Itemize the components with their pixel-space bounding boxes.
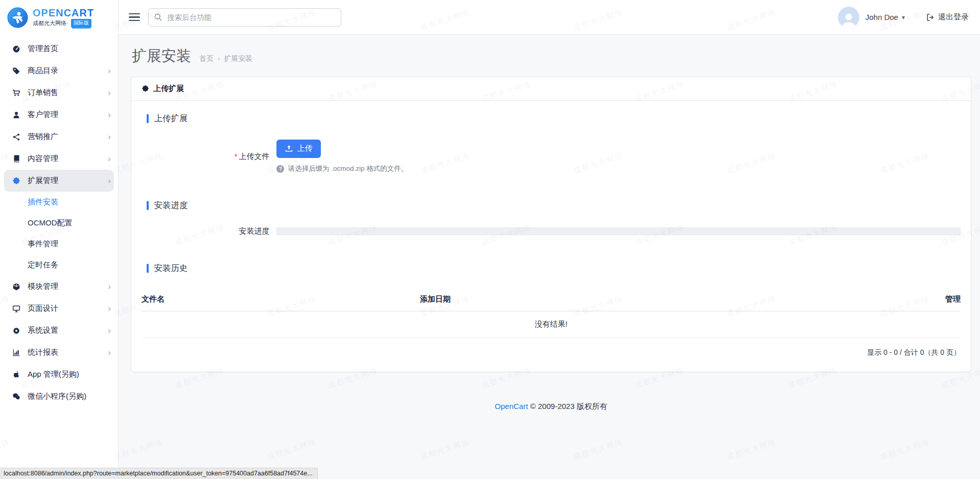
section-title-text: 安装历史 xyxy=(154,263,188,274)
question-circle-icon: ? xyxy=(276,165,284,173)
chevron-right-icon: › xyxy=(108,132,111,141)
breadcrumb-separator-icon: › xyxy=(218,55,220,62)
sidebar-item-app[interactable]: App 管理(另购) xyxy=(0,363,118,385)
logout-button[interactable]: 退出登录 xyxy=(926,12,969,22)
upload-help-text-content: 请选择后缀为 .ocmod.zip 格式的文件。 xyxy=(288,164,408,173)
pagination-summary: 显示 0 - 0 / 合计 0（共 0 页） xyxy=(142,348,961,357)
chevron-right-icon: › xyxy=(108,66,111,75)
column-header-filename: 文件名 xyxy=(142,294,420,304)
upload-file-row: *上传文件 上传 ? 请选择后缀为 .ocmod.zip 格式的文件。 xyxy=(142,140,961,173)
sidebar: OPENCART 成都光大网络· 国际版 管理首页 商品目录 › xyxy=(0,0,119,479)
menu-toggle-button[interactable] xyxy=(129,13,140,21)
panel-title: 上传扩展 xyxy=(153,84,184,94)
sidebar-item-catalog[interactable]: 商品目录 › xyxy=(0,60,118,82)
tags-icon xyxy=(12,66,21,75)
book-icon xyxy=(12,154,21,163)
logo-text: OPENCART 成都光大网络· 国际版 xyxy=(33,7,94,28)
chevron-right-icon: › xyxy=(108,348,111,357)
search-input[interactable] xyxy=(148,8,341,27)
chevron-right-icon: › xyxy=(108,88,111,97)
sidebar-item-sales[interactable]: 订单销售 › xyxy=(0,82,118,104)
chevron-right-icon: › xyxy=(108,282,111,291)
chevron-right-icon: › xyxy=(108,176,111,185)
user-menu[interactable]: John Doe ▾ xyxy=(866,13,905,21)
search-box xyxy=(148,8,341,27)
sidebar-subitem-events[interactable]: 事件管理 xyxy=(0,234,118,255)
sidebar-item-label: 统计报表 xyxy=(28,348,108,357)
sidebar-item-modules[interactable]: 模块管理 › xyxy=(0,276,118,298)
section-title-text: 上传扩展 xyxy=(154,113,188,124)
section-progress-title: 安装进度 xyxy=(147,200,961,211)
sidebar-subitem-label: 插件安装 xyxy=(28,197,58,207)
panel-header: 上传扩展 xyxy=(131,77,971,101)
upload-icon xyxy=(285,145,293,152)
cart-icon xyxy=(12,88,21,97)
sidebar-item-reports[interactable]: 统计报表 › xyxy=(0,341,118,363)
sidebar-subitem-installer[interactable]: 插件安装 xyxy=(0,192,118,213)
apple-icon xyxy=(12,370,21,379)
sidebar-item-customers[interactable]: 客户管理 › xyxy=(0,104,118,126)
sidebar-item-marketing[interactable]: 营销推广 › xyxy=(0,126,118,148)
opencart-link[interactable]: OpenCart xyxy=(495,402,528,410)
sidebar-item-label: 微信小程序(另购) xyxy=(28,392,111,401)
page-head: 扩展安装 首页 › 扩展安装 xyxy=(132,46,971,66)
section-history-title: 安装历史 xyxy=(147,263,961,274)
app-root: OPENCART 成都光大网络· 国际版 管理首页 商品目录 › xyxy=(0,0,980,479)
avatar[interactable] xyxy=(838,7,859,28)
search-icon xyxy=(154,13,162,21)
user-name: John Doe xyxy=(866,13,898,21)
sidebar-item-system[interactable]: 系统设置 › xyxy=(0,320,118,341)
logout-icon xyxy=(926,13,935,21)
section-upload-title: 上传扩展 xyxy=(147,113,961,124)
sidebar-subitem-ocmod[interactable]: OCMOD配置 xyxy=(0,213,118,234)
user-icon xyxy=(12,110,21,119)
footer: OpenCart © 2009-2023 版权所有 xyxy=(131,402,971,412)
sidebar-subitem-cron[interactable]: 定时任务 xyxy=(0,255,118,276)
upload-file-label-text: 上传文件 xyxy=(239,152,269,161)
sidebar-item-label: 客户管理 xyxy=(28,110,108,120)
chevron-right-icon: › xyxy=(108,304,111,313)
wechat-icon xyxy=(12,392,21,401)
section-accent-bar xyxy=(147,264,149,273)
logout-label: 退出登录 xyxy=(938,12,969,22)
logo-title: OPENCART xyxy=(33,7,94,18)
upload-button[interactable]: 上传 xyxy=(276,140,321,158)
sidebar-item-label: 模块管理 xyxy=(28,282,108,291)
sidebar-item-dashboard[interactable]: 管理首页 xyxy=(0,38,118,60)
main-column: John Doe ▾ 退出登录 扩展安装 首页 › 扩展安装 xyxy=(119,0,980,479)
sidebar-item-extensions[interactable]: 扩展管理 › xyxy=(4,170,114,192)
sidebar-item-label: 内容管理 xyxy=(28,154,108,164)
content-area: 扩展安装 首页 › 扩展安装 上传扩展 上传扩展 xyxy=(119,35,980,479)
section-accent-bar xyxy=(147,114,149,123)
opencart-logo-icon xyxy=(7,7,28,28)
gear-icon xyxy=(12,326,21,335)
upload-extension-panel: 上传扩展 上传扩展 *上传文件 xyxy=(131,77,971,372)
chevron-right-icon: › xyxy=(108,154,111,163)
dashboard-icon xyxy=(12,44,21,53)
sidebar-item-design[interactable]: 页面设计 › xyxy=(0,298,118,320)
column-header-date-added: 添加日期 xyxy=(420,294,838,304)
page-title: 扩展安装 xyxy=(132,46,191,66)
share-icon xyxy=(12,132,21,141)
sidebar-item-label: 扩展管理 xyxy=(28,176,108,186)
breadcrumb: 首页 › 扩展安装 xyxy=(199,54,252,63)
sidebar-item-label: 商品目录 xyxy=(28,66,108,76)
sidebar-item-label: 营销推广 xyxy=(28,132,108,142)
install-progress-row: 安装进度 xyxy=(142,226,961,236)
logo[interactable]: OPENCART 成都光大网络· 国际版 xyxy=(0,0,118,35)
install-progress-label: 安装进度 xyxy=(142,226,276,236)
panel-body: 上传扩展 *上传文件 上传 ? xyxy=(131,101,971,372)
upload-file-control: 上传 ? 请选择后缀为 .ocmod.zip 格式的文件。 xyxy=(276,140,961,173)
chevron-right-icon: › xyxy=(108,110,111,119)
cube-icon xyxy=(12,282,21,291)
top-bar: John Doe ▾ 退出登录 xyxy=(119,0,980,35)
sidebar-item-wechat[interactable]: 微信小程序(另购) xyxy=(0,385,118,407)
required-asterisk: * xyxy=(235,152,238,161)
avatar-silhouette-icon xyxy=(840,11,857,28)
sidebar-item-content[interactable]: 内容管理 › xyxy=(0,148,118,170)
desktop-icon xyxy=(12,304,21,313)
column-header-action: 管理 xyxy=(838,294,961,304)
breadcrumb-home[interactable]: 首页 xyxy=(199,54,214,63)
extensions-submenu: 插件安装 OCMOD配置 事件管理 定时任务 xyxy=(0,192,118,276)
sidebar-item-label: App 管理(另购) xyxy=(28,370,111,379)
